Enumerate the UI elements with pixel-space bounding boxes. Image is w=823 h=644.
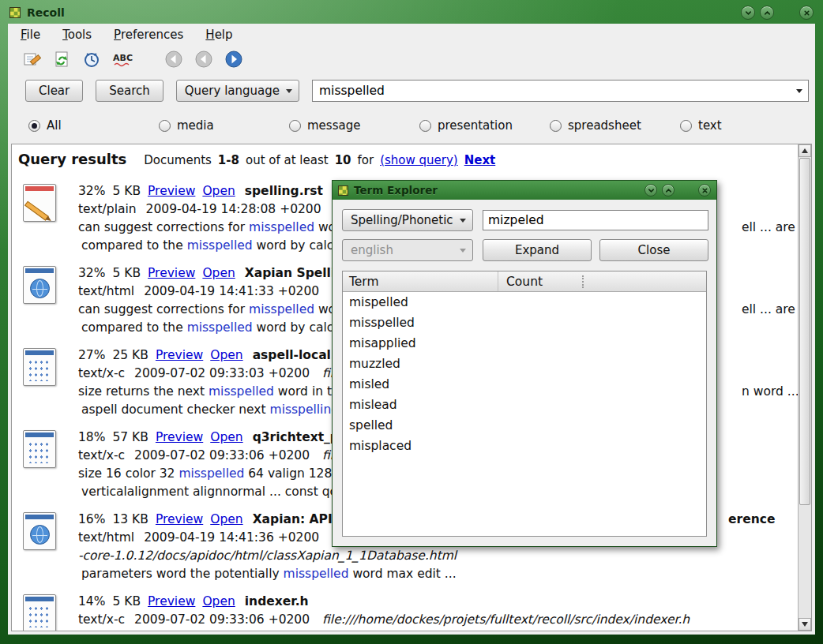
preview-link[interactable]: Preview [148,266,195,280]
preview-link[interactable]: Preview [156,348,203,362]
first-page-button[interactable] [161,47,186,71]
open-link[interactable]: Open [202,594,235,608]
unshade-button[interactable] [662,184,675,197]
term-row[interactable]: mislead [343,395,706,415]
close-window-button[interactable] [799,6,814,20]
unshade-button[interactable] [760,6,774,20]
doc-date: 2009-07-02 09:33:06 +0200 [134,448,310,462]
result-range: 1-8 [218,153,239,167]
clear-search-button[interactable] [19,47,44,71]
scroll-up-button[interactable] [799,144,811,157]
shade-button[interactable] [741,6,755,20]
snippet-line: -core-1.0.12/docs/apidoc/html/classXapia… [78,547,798,565]
term-row[interactable]: misled [343,374,706,395]
mime-type: text/html [78,530,134,545]
query-input[interactable] [313,84,808,98]
term-explorer-button[interactable]: ABC [109,47,139,71]
doc-title: Xapian Spelli [245,266,335,280]
results-header: Query results Documents 1-8 out of at le… [18,151,798,173]
doc-date: 2009-07-02 09:33:06 +0200 [134,612,310,627]
radio-icon [28,120,40,132]
doc-title: Xapian: API [253,512,333,526]
chevron-up-icon [664,186,673,195]
menu-tools[interactable]: Tools [59,26,95,43]
filter-radio-media[interactable]: media [159,118,289,133]
term-row[interactable]: mispelled [343,292,706,313]
menu-help[interactable]: Help [202,26,235,43]
close-icon [701,186,709,195]
preview-link[interactable]: Preview [148,184,195,198]
clear-search-icon [22,50,41,69]
preview-link[interactable]: Preview [156,430,203,444]
filter-radio-presentation[interactable]: presentation [419,118,550,133]
next-page-arrow-icon [224,49,244,69]
term-row[interactable]: spelled [343,415,706,436]
term-match-type-select[interactable]: Spelling/Phonetic [342,209,473,231]
html-file-icon [23,266,56,304]
relevance-percent: 32% [78,266,105,280]
doc-size: 5 KB [112,594,141,608]
column-header-term[interactable]: Term [343,271,498,291]
category-filter-row: All media message presentation spreadshe… [8,110,815,140]
doc-date: 2009-04-19 14:41:33 +0200 [144,284,319,298]
document-refresh-icon [52,50,71,69]
radio-icon [419,120,431,132]
clock-icon [82,50,101,69]
term-row[interactable]: muzzled [343,354,706,374]
highlighted-term: misspelling [270,402,340,417]
radio-icon [159,120,171,132]
filter-radio-text[interactable]: text [680,118,810,133]
scroll-down-button[interactable] [799,618,811,631]
preview-link[interactable]: Preview [156,512,203,526]
prev-page-button[interactable] [191,47,216,71]
search-row: Clear Search Query language [8,76,815,106]
next-page-link[interactable]: Next [464,153,496,167]
show-query-link[interactable]: (show query) [380,153,458,167]
term-row[interactable]: misspelled [343,313,706,333]
term-row[interactable]: misplaced [343,436,706,456]
vertical-scrollbar[interactable] [798,144,811,631]
doc-title: aspell-local. [253,348,336,362]
clear-button[interactable]: Clear [25,80,83,102]
prev-page-arrow-icon [194,49,214,69]
recoll-app-icon [338,185,348,196]
radio-icon [289,120,301,132]
radio-icon [550,120,562,132]
expand-button[interactable]: Expand [483,239,592,261]
filter-radio-spreadsheet[interactable]: spreadsheet [550,118,680,133]
menu-preferences[interactable]: Preferences [111,26,186,43]
query-combo[interactable] [312,80,809,102]
document-refresh-button[interactable] [49,47,74,71]
window-title: Recoll [27,6,65,19]
open-link[interactable]: Open [210,512,242,526]
menu-file[interactable]: File [17,26,43,43]
dropdown-arrow-icon[interactable] [796,89,802,93]
open-link[interactable]: Open [202,266,235,280]
column-resize-handle[interactable] [582,275,584,288]
close-button[interactable]: Close [599,239,708,261]
term-row[interactable]: misapplied [343,333,706,354]
doc-history-button[interactable] [79,47,104,71]
shade-button[interactable] [644,184,657,197]
close-dialog-button[interactable] [698,184,711,197]
query-language-select[interactable]: Query language [176,80,299,102]
open-link[interactable]: Open [210,348,242,362]
doc-date: 2009-07-02 09:33:03 +0200 [134,366,310,380]
preview-link[interactable]: Preview [148,594,195,608]
filter-radio-message[interactable]: message [289,118,419,133]
dialog-body: Spelling/Phonetic english Expand Close T… [333,200,716,546]
scrollbar-thumb[interactable] [799,158,810,505]
dialog-window-buttons [644,184,711,197]
dialog-titlebar[interactable]: Term Explorer [333,181,716,200]
open-link[interactable]: Open [202,184,235,198]
doc-url-continued: -core-1.0.12/docs/apidoc/html/classXapia… [78,549,457,563]
term-input[interactable] [483,210,708,230]
open-link[interactable]: Open [210,430,242,444]
filter-radio-all[interactable]: All [28,118,159,133]
search-button[interactable]: Search [96,80,163,102]
main-titlebar[interactable]: Recoll [9,3,814,22]
next-page-button[interactable] [221,47,246,71]
snippet-fragment: n word ... [742,383,798,401]
column-header-count[interactable]: Count [498,271,706,291]
relevance-percent: 27% [78,348,105,362]
